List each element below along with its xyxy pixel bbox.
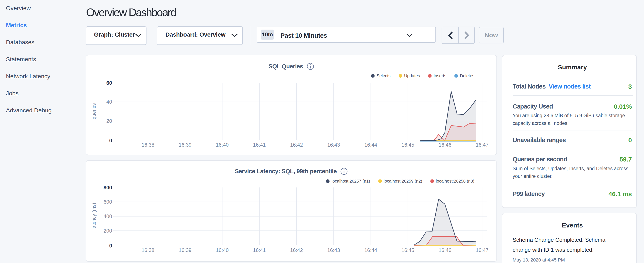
svg-text:16:46: 16:46	[438, 247, 451, 253]
svg-text:16:42: 16:42	[290, 142, 303, 148]
svg-text:0: 0	[109, 138, 112, 143]
svg-text:16:41: 16:41	[253, 142, 266, 148]
svg-text:16:44: 16:44	[364, 247, 377, 253]
svg-text:16:47: 16:47	[476, 142, 488, 148]
svg-text:16:40: 16:40	[216, 247, 228, 253]
svg-text:800: 800	[104, 185, 112, 190]
svg-text:200: 200	[104, 228, 112, 234]
svg-text:16:47: 16:47	[476, 247, 488, 253]
svg-text:16:39: 16:39	[179, 247, 192, 253]
svg-text:600: 600	[104, 199, 112, 205]
svg-text:16:45: 16:45	[402, 142, 414, 148]
svg-text:16:43: 16:43	[327, 142, 340, 148]
svg-text:16:38: 16:38	[142, 142, 154, 148]
svg-text:16:41: 16:41	[253, 247, 266, 253]
svg-text:queries: queries	[91, 103, 97, 119]
svg-text:latency (ms): latency (ms)	[91, 203, 97, 229]
svg-text:16:38: 16:38	[142, 247, 154, 253]
svg-text:40: 40	[106, 99, 112, 105]
svg-text:16:46: 16:46	[438, 142, 451, 148]
svg-text:20: 20	[106, 118, 112, 124]
svg-text:16:45: 16:45	[402, 247, 414, 253]
svg-text:0: 0	[109, 243, 112, 248]
svg-text:16:40: 16:40	[216, 142, 228, 148]
svg-text:16:39: 16:39	[179, 142, 192, 148]
svg-text:16:43: 16:43	[327, 247, 340, 253]
svg-text:400: 400	[104, 213, 112, 219]
svg-text:16:42: 16:42	[290, 247, 303, 253]
svg-text:60: 60	[106, 80, 112, 86]
svg-text:16:44: 16:44	[364, 142, 377, 148]
